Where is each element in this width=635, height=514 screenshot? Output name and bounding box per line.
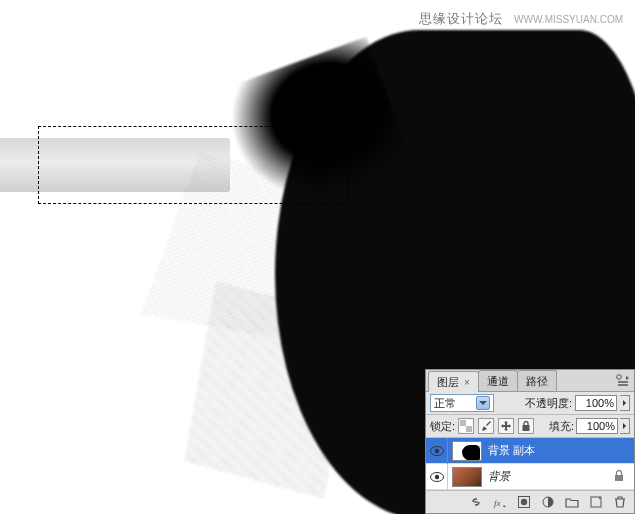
eye-icon [430,472,444,482]
checker-icon [460,420,472,432]
fill-flyout-button[interactable] [620,418,630,434]
tab-paths[interactable]: 路径 [517,370,557,391]
move-icon [500,420,512,432]
marquee-selection[interactable] [38,126,348,204]
opacity-flyout-button[interactable] [620,395,630,411]
watermark: 思缘设计论坛 WWW.MISSYUAN.COM [419,10,623,28]
lock-label: 锁定: [430,419,455,434]
new-group-button[interactable] [562,493,582,511]
fill-input[interactable]: 100% [576,418,618,434]
panel-tabs: 图层 × 通道 路径 [426,370,634,392]
tab-channels-label: 通道 [487,375,509,387]
watermark-text: 思缘设计论坛 [419,11,503,26]
opacity-input[interactable]: 100% [575,395,617,411]
svg-point-8 [434,474,438,478]
svg-rect-4 [523,425,530,431]
opacity-label: 不透明度: [525,396,572,411]
delete-layer-button[interactable] [610,493,630,511]
layer-style-button[interactable]: fx [490,493,510,511]
svg-text:fx: fx [494,498,501,508]
blend-mode-select[interactable]: 正常 [430,394,494,412]
blend-row: 正常 不透明度: 100% [426,392,634,415]
folder-icon [565,495,579,509]
trash-icon [613,495,627,509]
svg-point-6 [434,448,438,452]
panel-menu-button[interactable] [616,374,630,387]
new-layer-button[interactable] [586,493,606,511]
svg-rect-9 [615,475,623,481]
svg-rect-3 [466,426,472,432]
fill-label: 填充: [549,419,574,434]
close-icon: × [464,377,470,388]
tab-channels[interactable]: 通道 [478,370,518,391]
link-layers-button[interactable] [466,493,486,511]
svg-point-12 [521,499,527,505]
fx-icon: fx [493,495,507,509]
mask-icon [517,495,531,509]
lock-position-button[interactable] [498,418,514,434]
layer-row[interactable]: 背景 副本 [426,438,634,464]
opacity-value: 100% [586,397,614,409]
visibility-toggle[interactable] [426,438,448,464]
adjustment-layer-button[interactable] [538,493,558,511]
layer-row[interactable]: 背景 [426,464,634,490]
tab-paths-label: 路径 [526,375,548,387]
layer-name[interactable]: 背景 [486,469,614,484]
lock-pixels-button[interactable] [478,418,494,434]
lock-transparency-button[interactable] [458,418,474,434]
new-icon [589,495,603,509]
watermark-url: WWW.MISSYUAN.COM [514,14,623,25]
layer-list: 背景 副本 背景 [426,438,634,491]
layers-panel: 图层 × 通道 路径 正常 不透明度: 100% 锁定: [425,369,635,514]
layer-thumbnail[interactable] [452,441,482,461]
lock-icon [614,470,628,484]
tab-layers[interactable]: 图层 × [428,371,479,392]
eye-icon [430,446,444,456]
panel-footer: fx [426,491,634,513]
blend-mode-value: 正常 [434,396,456,411]
fill-value: 100% [587,420,615,432]
chevron-down-icon [476,396,490,410]
svg-rect-2 [460,420,466,426]
lock-icon [520,420,532,432]
layer-thumbnail[interactable] [452,467,482,487]
lock-row: 锁定: 填充: 100% [426,415,634,438]
layer-mask-button[interactable] [514,493,534,511]
layer-name[interactable]: 背景 副本 [486,443,634,458]
tab-layers-label: 图层 [437,376,459,388]
visibility-toggle[interactable] [426,464,448,490]
link-icon [469,495,483,509]
lock-all-button[interactable] [518,418,534,434]
brush-icon [480,420,492,432]
svg-point-0 [617,375,622,380]
adjustment-icon [541,495,555,509]
